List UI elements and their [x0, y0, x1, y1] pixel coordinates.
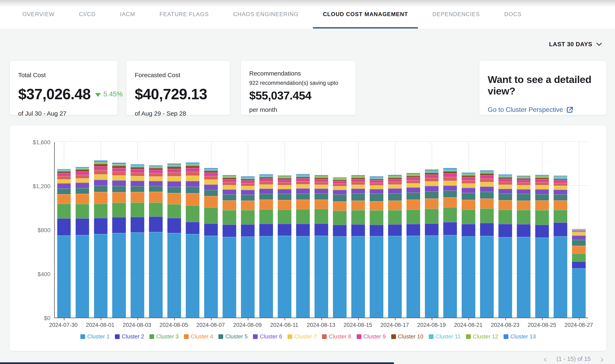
- bar-segment-cluster-8[interactable]: [443, 177, 457, 181]
- stacked-bar-2024-08-04[interactable]: [149, 165, 163, 318]
- bar-segment-cluster-5[interactable]: [76, 188, 89, 194]
- bar-segment-cluster-6[interactable]: [315, 189, 328, 193]
- bar-segment-cluster-4[interactable]: [535, 200, 549, 210]
- bar-segment-cluster-9[interactable]: [278, 180, 291, 182]
- bar-segment-cluster-3[interactable]: [186, 205, 199, 222]
- bar-segment-cluster-7[interactable]: [351, 185, 365, 189]
- bar-segment-cluster-2[interactable]: [388, 224, 402, 236]
- bar-segment-cluster-5[interactable]: [186, 187, 199, 193]
- stacked-bar-2024-08-11[interactable]: [278, 175, 291, 318]
- bar-segment-cluster-3[interactable]: [315, 209, 328, 223]
- tab-iacm[interactable]: IACM: [120, 0, 135, 28]
- bar-segment-cluster-8[interactable]: [351, 182, 365, 185]
- bar-segment-cluster-6[interactable]: [462, 188, 475, 193]
- stacked-bar-2024-08-16[interactable]: [370, 176, 383, 318]
- bar-segment-cluster-10[interactable]: [76, 169, 89, 171]
- bar-segment-cluster-8[interactable]: [480, 179, 494, 182]
- stacked-bar-2024-08-17[interactable]: [388, 175, 402, 318]
- bar-segment-cluster-8[interactable]: [204, 176, 218, 180]
- stacked-bar-2024-08-03[interactable]: [131, 164, 144, 318]
- bar-segment-cluster-9[interactable]: [406, 177, 420, 180]
- tab-cloud-cost-management[interactable]: CLOUD COST MANAGEMENT: [323, 0, 408, 28]
- bar-segment-cluster-5[interactable]: [57, 188, 71, 194]
- stacked-bar-2024-08-26[interactable]: [554, 176, 567, 318]
- bar-segment-cluster-10[interactable]: [296, 177, 310, 178]
- bar-segment-cluster-6[interactable]: [425, 186, 438, 191]
- stacked-bar-2024-08-18[interactable]: [406, 173, 420, 318]
- legend-item-cluster-3[interactable]: Cluster 3: [149, 333, 179, 340]
- bar-segment-cluster-8[interactable]: [131, 172, 144, 176]
- bar-segment-cluster-1[interactable]: [315, 236, 328, 318]
- bar-segment-cluster-1[interactable]: [462, 236, 475, 318]
- bar-segment-cluster-1[interactable]: [333, 236, 347, 318]
- bar-segment-cluster-6[interactable]: [94, 180, 108, 185]
- bar-segment-cluster-7[interactable]: [406, 183, 420, 187]
- bar-segment-cluster-1[interactable]: [186, 234, 199, 318]
- bar-segment-cluster-3[interactable]: [443, 207, 457, 222]
- bar-segment-cluster-3[interactable]: [498, 210, 512, 224]
- bar-segment-cluster-6[interactable]: [296, 188, 310, 193]
- bar-segment-cluster-3[interactable]: [535, 210, 549, 224]
- stacked-bar-2024-07-30[interactable]: [57, 169, 71, 318]
- bar-segment-cluster-5[interactable]: [462, 193, 475, 200]
- bar-segment-cluster-10[interactable]: [186, 166, 199, 168]
- bar-segment-cluster-1[interactable]: [443, 235, 457, 318]
- bar-segment-cluster-9[interactable]: [315, 179, 328, 182]
- bar-segment-cluster-7[interactable]: [278, 185, 291, 189]
- bar-segment-cluster-8[interactable]: [554, 183, 567, 186]
- bar-segment-cluster-2[interactable]: [572, 261, 586, 268]
- bar-segment-cluster-9[interactable]: [131, 169, 144, 172]
- bar-segment-cluster-1[interactable]: [406, 236, 420, 318]
- bar-segment-cluster-8[interactable]: [333, 183, 347, 186]
- bar-segment-cluster-7[interactable]: [112, 175, 126, 180]
- bar-segment-cluster-1[interactable]: [149, 232, 163, 318]
- bar-segment-cluster-4[interactable]: [204, 196, 218, 207]
- stacked-bar-2024-08-14[interactable]: [333, 177, 347, 318]
- bar-segment-cluster-3[interactable]: [204, 207, 218, 223]
- bar-segment-cluster-2[interactable]: [296, 224, 310, 236]
- bar-segment-cluster-5[interactable]: [278, 194, 291, 200]
- bar-segment-cluster-6[interactable]: [554, 190, 567, 194]
- stacked-bar-2024-08-10[interactable]: [259, 174, 273, 318]
- bar-segment-cluster-5[interactable]: [149, 186, 163, 192]
- bar-segment-cluster-1[interactable]: [388, 236, 402, 318]
- bar-segment-cluster-6[interactable]: [112, 180, 126, 186]
- bar-segment-cluster-2[interactable]: [351, 224, 365, 236]
- bar-segment-cluster-5[interactable]: [259, 194, 273, 200]
- bar-segment-cluster-6[interactable]: [406, 187, 420, 192]
- bar-segment-cluster-7[interactable]: [572, 232, 586, 235]
- bar-segment-cluster-2[interactable]: [535, 225, 549, 238]
- bar-segment-cluster-2[interactable]: [406, 224, 420, 235]
- bar-segment-cluster-8[interactable]: [94, 170, 108, 174]
- bar-segment-cluster-6[interactable]: [57, 183, 71, 188]
- bar-segment-cluster-10[interactable]: [480, 173, 494, 175]
- bar-segment-cluster-1[interactable]: [370, 236, 383, 318]
- bar-segment-cluster-7[interactable]: [223, 185, 236, 189]
- bar-segment-cluster-6[interactable]: [517, 189, 531, 194]
- bar-segment-cluster-1[interactable]: [259, 236, 273, 318]
- bar-segment-cluster-7[interactable]: [94, 174, 108, 180]
- bar-segment-cluster-3[interactable]: [425, 209, 438, 223]
- bar-segment-cluster-3[interactable]: [333, 211, 347, 225]
- bar-segment-cluster-2[interactable]: [443, 222, 457, 235]
- legend-item-cluster-13[interactable]: Cluster 13: [503, 333, 536, 340]
- bar-segment-cluster-1[interactable]: [572, 268, 586, 318]
- bar-segment-cluster-5[interactable]: [168, 187, 181, 193]
- bar-segment-cluster-1[interactable]: [94, 234, 108, 318]
- bar-segment-cluster-7[interactable]: [241, 186, 255, 190]
- bar-segment-cluster-2[interactable]: [94, 218, 108, 234]
- bar-segment-cluster-9[interactable]: [370, 180, 383, 183]
- bar-segment-cluster-7[interactable]: [149, 176, 163, 181]
- bar-segment-cluster-10[interactable]: [535, 178, 549, 179]
- bar-segment-cluster-2[interactable]: [241, 224, 255, 236]
- bar-segment-cluster-1[interactable]: [498, 237, 512, 318]
- bar-segment-cluster-4[interactable]: [94, 192, 108, 204]
- bar-segment-cluster-2[interactable]: [57, 218, 71, 235]
- bar-segment-cluster-5[interactable]: [425, 191, 438, 198]
- bar-segment-cluster-6[interactable]: [333, 190, 347, 194]
- bar-segment-cluster-7[interactable]: [57, 179, 71, 183]
- bar-segment-cluster-9[interactable]: [94, 166, 108, 170]
- legend-item-cluster-7[interactable]: Cluster 7: [287, 333, 317, 340]
- bar-segment-cluster-7[interactable]: [204, 180, 218, 184]
- bar-segment-cluster-10[interactable]: [517, 178, 531, 180]
